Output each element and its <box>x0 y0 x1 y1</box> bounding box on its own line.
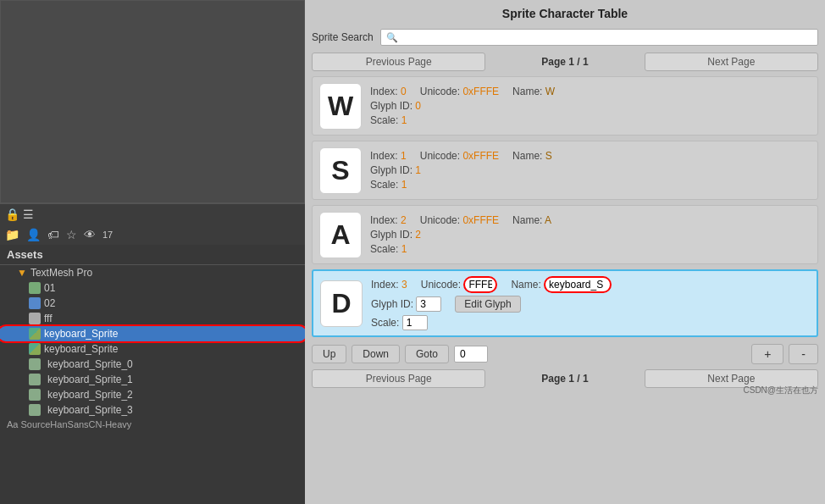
bottom-controls: Up Down Goto + - <box>312 344 818 364</box>
asset-label: keyboard_Sprite_0 <box>47 358 133 370</box>
scale-label-d: Scale: <box>371 315 428 330</box>
glyph-id-row-s: Glyph ID: 1 <box>370 164 811 176</box>
asset-item-keyboard-sprite-0[interactable]: keyboard_Sprite_0 <box>0 357 305 372</box>
badge: 17 <box>102 230 113 240</box>
index-label-d: Index: 3 <box>371 279 407 291</box>
goto-input[interactable] <box>454 346 488 363</box>
sub-icon-2 <box>29 389 41 401</box>
toolbar-row: 🔒 ☰ <box>0 203 305 224</box>
glyph-info-a: Index: 2 Unicode: 0xFFFE Name: A Glyph I… <box>370 214 811 255</box>
glyph-id-row-w: Glyph ID: 0 <box>370 100 811 112</box>
canvas-area <box>0 0 305 203</box>
index-label-a: Index: 2 <box>370 214 407 226</box>
glyph-scale-row-a: Scale: 1 <box>370 243 811 255</box>
asset-label: keyboard_Sprite_3 <box>47 404 133 416</box>
minus-button[interactable]: - <box>789 344 818 364</box>
asset-label: fff <box>44 313 53 324</box>
asset-label: keyboard_Sprite_2 <box>47 389 133 401</box>
glyph-info-d: Index: 3 Unicode: Name: Glyph ID: Edit G… <box>371 276 810 330</box>
prev-page-button-bottom[interactable]: Previous Page <box>312 369 485 388</box>
lock-icon: 🔒 <box>5 208 19 221</box>
asset-icon-img2 <box>29 343 41 355</box>
panel-title: Sprite Character Table <box>312 7 818 24</box>
asset-item-02[interactable]: 02 <box>0 296 305 311</box>
scale-input-d[interactable] <box>402 315 428 330</box>
bottom-nav-row: Previous Page Page 1 / 1 Next Page <box>312 369 818 388</box>
watermark: CSDN@生活在也方 <box>744 385 819 396</box>
asset-item-keyboard-sprite-2[interactable]: keyboard_Sprite_2 <box>0 387 305 402</box>
glyph-info-w: Index: 0 Unicode: 0xFFFE Name: W Glyph I… <box>370 86 811 126</box>
person-icon[interactable]: 👤 <box>26 228 41 241</box>
asset-icon-green <box>29 282 41 294</box>
asset-item-keyboard-sprite2[interactable]: keyboard_Sprite <box>0 341 305 357</box>
asset-item-01[interactable]: 01 <box>0 280 305 296</box>
next-page-button-top[interactable]: Next Page <box>645 53 818 71</box>
star-icon[interactable]: ☆ <box>66 228 77 241</box>
goto-button[interactable]: Goto <box>405 345 449 363</box>
up-button[interactable]: Up <box>312 345 346 363</box>
down-button[interactable]: Down <box>352 345 400 363</box>
right-panel: Sprite Character Table Sprite Search 🔍 P… <box>305 0 825 504</box>
unicode-label-w: Unicode: 0xFFFE <box>420 86 499 97</box>
folder-icon[interactable]: 📁 <box>5 228 19 241</box>
glyph-index-row-a: Index: 2 Unicode: 0xFFFE Name: A <box>370 214 811 226</box>
glyph-row-a: A Index: 2 Unicode: 0xFFFE Name: A Glyph… <box>312 205 818 264</box>
name-label-s: Name: S <box>512 150 552 162</box>
edit-glyph-button[interactable]: Edit Glyph <box>455 296 520 313</box>
search-icon: 🔍 <box>386 32 398 43</box>
glyphid-label-d: Glyph ID: <box>371 296 441 312</box>
glyph-row-d: D Index: 3 Unicode: Name: Glyph ID: Edit… <box>312 269 818 337</box>
asset-item-fff[interactable]: fff <box>0 311 305 326</box>
name-label-a: Name: A <box>512 214 551 226</box>
eye-icon[interactable]: 👁 <box>84 228 96 241</box>
scale-label-a: Scale: 1 <box>370 243 407 255</box>
glyph-char-s: S <box>319 147 362 194</box>
asset-label: 02 <box>44 297 55 309</box>
page-label-top: Page 1 / 1 <box>489 56 640 68</box>
name-label-d: Name: <box>511 276 612 293</box>
index-label-w: Index: 0 <box>370 86 407 97</box>
glyph-info-s: Index: 1 Unicode: 0xFFFE Name: S Glyph I… <box>370 150 811 191</box>
glyph-id-input-d[interactable] <box>416 296 441 312</box>
glyph-index-row-s: Index: 1 Unicode: 0xFFFE Name: S <box>370 150 811 162</box>
asset-icon-gray <box>29 313 41 324</box>
asset-label: keyboard_Sprite <box>44 343 118 355</box>
plus-button[interactable]: + <box>751 344 783 364</box>
asset-label: keyboard_Sprite <box>44 328 118 340</box>
glyph-index-row-d: Index: 3 Unicode: Name: <box>371 276 810 293</box>
glyph-char-a: A <box>319 212 362 258</box>
sub-icon-1 <box>29 374 41 385</box>
asset-item-textmesh[interactable]: ▼ TextMesh Pro <box>0 265 305 280</box>
unicode-label-a: Unicode: 0xFFFE <box>420 214 499 226</box>
asset-item-keyboard-sprite-3[interactable]: keyboard_Sprite_3 <box>0 402 305 418</box>
asset-item-keyboard-sprite-1[interactable]: keyboard_Sprite_1 <box>0 372 305 387</box>
tag-icon[interactable]: 🏷 <box>47 228 59 241</box>
glyph-index-row-w: Index: 0 Unicode: 0xFFFE Name: W <box>370 86 811 97</box>
badge-count: 17 <box>102 230 113 240</box>
asset-icon-img <box>29 328 41 340</box>
search-label: Sprite Search <box>312 31 374 43</box>
index-label-s: Index: 1 <box>370 150 407 162</box>
unicode-label-s: Unicode: 0xFFFE <box>420 150 499 162</box>
asset-item-keyboard-sprite-selected[interactable]: keyboard_Sprite <box>0 326 305 341</box>
glyph-scale-row-d: Scale: <box>371 315 810 330</box>
search-input[interactable] <box>398 31 812 43</box>
scale-label-w: Scale: 1 <box>370 114 407 126</box>
top-nav-row: Previous Page Page 1 / 1 Next Page <box>312 53 818 71</box>
unicode-input-d[interactable] <box>463 276 497 293</box>
prev-page-button-top[interactable]: Previous Page <box>312 53 485 71</box>
menu-icon: ☰ <box>23 208 34 221</box>
glyph-scale-row-w: Scale: 1 <box>370 114 811 126</box>
icon-row: 📁 👤 🏷 ☆ 👁 17 <box>0 224 305 245</box>
sub-icon-3 <box>29 404 41 416</box>
assets-section: Assets ▼ TextMesh Pro 01 02 fff keyboard… <box>0 245 305 504</box>
glyphid-label-w: Glyph ID: 0 <box>370 100 421 112</box>
folder-icon: ▼ <box>17 267 27 279</box>
scale-label-s: Scale: 1 <box>370 179 407 191</box>
search-field-container: 🔍 <box>380 29 818 46</box>
name-input-d[interactable] <box>544 276 612 293</box>
source-han-label: Aa SourceHanSansCN-Heavy <box>0 418 305 431</box>
glyph-id-row-a: Glyph ID: 2 <box>370 229 811 241</box>
glyph-id-row-d: Glyph ID: Edit Glyph <box>371 296 810 313</box>
asset-label: keyboard_Sprite_1 <box>47 374 133 385</box>
